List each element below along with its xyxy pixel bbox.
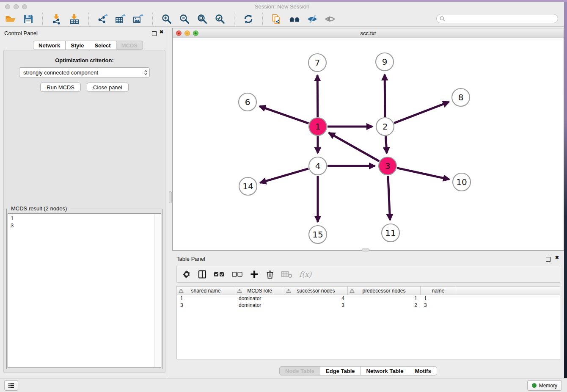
cell[interactable]: 1 — [177, 295, 235, 302]
search-icon — [439, 16, 446, 22]
zoom-window-button[interactable] — [22, 4, 27, 9]
run-mcds-button[interactable]: Run MCDS — [40, 83, 81, 92]
column-header-predecessor-nodes[interactable]: predecessor nodes — [348, 287, 421, 295]
close-window-button[interactable] — [5, 4, 10, 9]
tab-motifs[interactable]: Motifs — [409, 366, 437, 375]
edge-3-11[interactable] — [388, 176, 390, 220]
delete-icon[interactable] — [265, 269, 275, 279]
mcds-result-area[interactable]: 1 3 — [8, 213, 161, 368]
result-scrollbar[interactable] — [154, 214, 160, 367]
show-graphics-icon[interactable] — [325, 14, 336, 25]
edge-2-9[interactable] — [385, 75, 385, 117]
cell[interactable]: dominator — [235, 302, 284, 309]
toggle-column-icon[interactable] — [198, 269, 207, 279]
window-titlebar[interactable]: Session: New Session — [0, 2, 564, 12]
close-panel-icon[interactable] — [160, 29, 163, 35]
float-table-panel-icon[interactable] — [546, 257, 550, 262]
cell[interactable]: 3 — [421, 302, 456, 309]
node-3[interactable]: 3 — [379, 157, 396, 175]
close-panel-button[interactable]: Close panel — [87, 83, 129, 92]
search-input[interactable] — [446, 14, 558, 23]
minimize-view-button[interactable] — [184, 30, 190, 36]
search-box[interactable] — [436, 14, 558, 23]
node-15[interactable]: 15 — [309, 226, 327, 243]
settings-gear-icon[interactable] — [182, 269, 191, 279]
minimize-window-button[interactable] — [14, 4, 19, 9]
node-label: 10 — [456, 177, 467, 187]
network-window-titlebar[interactable]: scc.txt — [173, 28, 564, 38]
tab-select[interactable]: Select — [89, 41, 116, 50]
memory-button[interactable]: Memory — [527, 380, 562, 391]
network-canvas-svg[interactable]: 7968124314101511 — [173, 38, 564, 251]
open-session-icon[interactable] — [5, 14, 16, 25]
maximize-view-button[interactable] — [193, 30, 198, 36]
node-4[interactable]: 4 — [309, 157, 327, 175]
column-header-MCDS-role[interactable]: MCDS role — [235, 287, 284, 295]
split-divider-handle-vertical[interactable] — [169, 191, 172, 203]
save-session-icon[interactable] — [23, 14, 34, 25]
copy-network-icon[interactable] — [271, 14, 282, 25]
deselect-all-icon[interactable] — [231, 269, 243, 279]
zoom-in-icon[interactable] — [161, 14, 172, 25]
column-header-successor-nodes[interactable]: successor nodes — [284, 287, 348, 295]
node-table-header: shared nameMCDS rolesuccessor nodesprede… — [177, 287, 560, 295]
hide-graphics-icon[interactable] — [307, 14, 318, 25]
refresh-layout-icon[interactable] — [243, 14, 254, 25]
edge-4-14[interactable] — [260, 168, 308, 182]
cell[interactable]: 3 — [177, 302, 235, 309]
export-network-icon[interactable] — [97, 14, 108, 25]
first-neighbors-icon[interactable] — [289, 14, 300, 25]
node-14[interactable]: 14 — [239, 177, 257, 195]
node-label: 14 — [242, 181, 253, 191]
close-table-panel-icon[interactable] — [555, 255, 559, 260]
node-6[interactable]: 6 — [239, 93, 256, 111]
float-panel-icon[interactable] — [152, 31, 157, 36]
edge-1-6[interactable] — [259, 106, 308, 124]
criterion-select[interactable]: strongly connected component — [19, 67, 150, 77]
node-8[interactable]: 8 — [452, 88, 470, 106]
edge-3-1[interactable] — [329, 133, 379, 161]
column-header-shared-name[interactable]: shared name — [177, 287, 235, 295]
node-9[interactable]: 9 — [376, 53, 394, 71]
cell[interactable]: 3 — [284, 302, 348, 309]
cell[interactable]: dominator — [235, 295, 284, 302]
table-tabs: Node TableEdge TableNetwork TableMotifs — [279, 366, 437, 375]
split-divider-handle-horizontal[interactable] — [362, 248, 369, 251]
tab-node-table[interactable]: Node Table — [279, 366, 320, 375]
zoom-selected-icon[interactable] — [215, 14, 226, 25]
task-history-button[interactable] — [4, 380, 18, 391]
table-row[interactable]: 1dominator411 — [177, 295, 560, 302]
edge-1-7[interactable] — [317, 75, 318, 117]
node-label: 9 — [382, 57, 388, 67]
cell[interactable]: 1 — [421, 295, 456, 302]
tab-network[interactable]: Network — [33, 41, 66, 50]
cell[interactable]: 4 — [284, 295, 348, 302]
network-window[interactable]: scc.txt 7968124314101511 — [172, 28, 564, 251]
column-header-name[interactable]: name — [421, 287, 456, 295]
zoom-out-icon[interactable] — [179, 14, 190, 25]
tab-edge-table[interactable]: Edge Table — [320, 366, 361, 375]
cell[interactable]: 1 — [348, 295, 421, 302]
zoom-fit-icon[interactable] — [197, 14, 208, 25]
edge-2-3[interactable] — [386, 136, 387, 153]
control-panel-title: Control Panel — [4, 30, 38, 36]
tab-network-table[interactable]: Network Table — [361, 366, 410, 375]
tab-mcds[interactable]: MCDS — [116, 41, 143, 50]
cell[interactable]: 2 — [348, 302, 421, 309]
close-view-button[interactable] — [176, 30, 182, 36]
table-row[interactable]: 3dominator323 — [177, 302, 560, 309]
node-2[interactable]: 2 — [376, 118, 394, 135]
import-table-icon[interactable] — [69, 14, 80, 25]
add-icon[interactable] — [250, 269, 259, 279]
node-7[interactable]: 7 — [308, 54, 326, 72]
import-network-icon[interactable] — [51, 14, 62, 25]
export-image-icon[interactable] — [133, 14, 144, 25]
select-all-icon[interactable] — [213, 269, 225, 279]
tab-style[interactable]: Style — [66, 41, 89, 50]
edge-2-8[interactable] — [394, 102, 449, 123]
node-11[interactable]: 11 — [382, 224, 399, 242]
node-1[interactable]: 1 — [309, 118, 327, 135]
export-table-icon[interactable] — [115, 14, 126, 25]
node-10[interactable]: 10 — [453, 173, 471, 191]
edge-3-10[interactable] — [397, 168, 449, 179]
